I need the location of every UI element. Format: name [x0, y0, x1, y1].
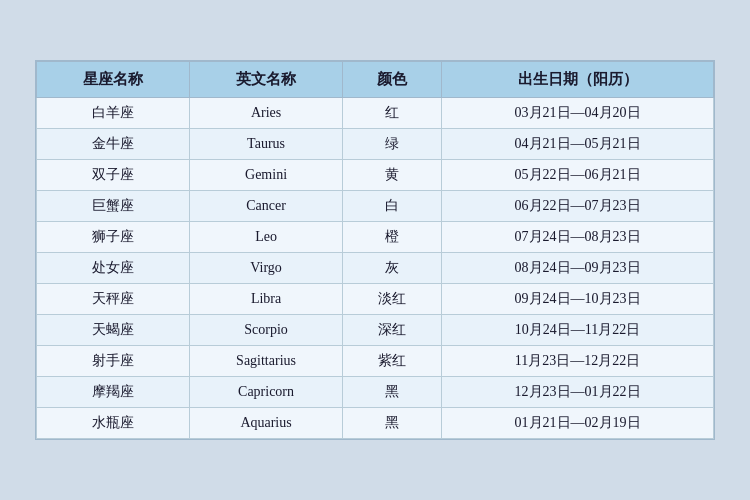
cell-english-name: Cancer	[190, 191, 343, 222]
cell-chinese-name: 白羊座	[37, 98, 190, 129]
cell-color: 紫红	[343, 346, 442, 377]
table-row: 双子座Gemini黄05月22日—06月21日	[37, 160, 714, 191]
cell-date: 07月24日—08月23日	[442, 222, 714, 253]
cell-chinese-name: 狮子座	[37, 222, 190, 253]
cell-english-name: Libra	[190, 284, 343, 315]
header-english-name: 英文名称	[190, 62, 343, 98]
cell-chinese-name: 射手座	[37, 346, 190, 377]
cell-chinese-name: 双子座	[37, 160, 190, 191]
cell-date: 12月23日—01月22日	[442, 377, 714, 408]
cell-english-name: Scorpio	[190, 315, 343, 346]
cell-color: 白	[343, 191, 442, 222]
cell-date: 11月23日—12月22日	[442, 346, 714, 377]
table-row: 水瓶座Aquarius黑01月21日—02月19日	[37, 408, 714, 439]
table-row: 射手座Sagittarius紫红11月23日—12月22日	[37, 346, 714, 377]
header-color: 颜色	[343, 62, 442, 98]
cell-chinese-name: 处女座	[37, 253, 190, 284]
table-row: 巨蟹座Cancer白06月22日—07月23日	[37, 191, 714, 222]
cell-chinese-name: 水瓶座	[37, 408, 190, 439]
cell-color: 灰	[343, 253, 442, 284]
table-row: 白羊座Aries红03月21日—04月20日	[37, 98, 714, 129]
table-body: 白羊座Aries红03月21日—04月20日金牛座Taurus绿04月21日—0…	[37, 98, 714, 439]
cell-english-name: Sagittarius	[190, 346, 343, 377]
zodiac-table-container: 星座名称 英文名称 颜色 出生日期（阳历） 白羊座Aries红03月21日—04…	[35, 60, 715, 440]
cell-date: 08月24日—09月23日	[442, 253, 714, 284]
cell-english-name: Gemini	[190, 160, 343, 191]
cell-color: 黑	[343, 377, 442, 408]
table-header-row: 星座名称 英文名称 颜色 出生日期（阳历）	[37, 62, 714, 98]
cell-english-name: Leo	[190, 222, 343, 253]
cell-english-name: Aries	[190, 98, 343, 129]
zodiac-table: 星座名称 英文名称 颜色 出生日期（阳历） 白羊座Aries红03月21日—04…	[36, 61, 714, 439]
header-date: 出生日期（阳历）	[442, 62, 714, 98]
cell-color: 淡红	[343, 284, 442, 315]
cell-chinese-name: 天秤座	[37, 284, 190, 315]
table-row: 金牛座Taurus绿04月21日—05月21日	[37, 129, 714, 160]
cell-chinese-name: 巨蟹座	[37, 191, 190, 222]
cell-chinese-name: 金牛座	[37, 129, 190, 160]
cell-date: 01月21日—02月19日	[442, 408, 714, 439]
cell-date: 09月24日—10月23日	[442, 284, 714, 315]
cell-english-name: Aquarius	[190, 408, 343, 439]
cell-english-name: Virgo	[190, 253, 343, 284]
cell-english-name: Taurus	[190, 129, 343, 160]
cell-date: 10月24日—11月22日	[442, 315, 714, 346]
cell-color: 绿	[343, 129, 442, 160]
cell-color: 橙	[343, 222, 442, 253]
table-row: 摩羯座Capricorn黑12月23日—01月22日	[37, 377, 714, 408]
cell-chinese-name: 摩羯座	[37, 377, 190, 408]
cell-date: 06月22日—07月23日	[442, 191, 714, 222]
table-row: 处女座Virgo灰08月24日—09月23日	[37, 253, 714, 284]
cell-english-name: Capricorn	[190, 377, 343, 408]
table-row: 狮子座Leo橙07月24日—08月23日	[37, 222, 714, 253]
cell-date: 04月21日—05月21日	[442, 129, 714, 160]
table-row: 天秤座Libra淡红09月24日—10月23日	[37, 284, 714, 315]
cell-date: 05月22日—06月21日	[442, 160, 714, 191]
cell-chinese-name: 天蝎座	[37, 315, 190, 346]
cell-color: 红	[343, 98, 442, 129]
cell-color: 黄	[343, 160, 442, 191]
cell-color: 深红	[343, 315, 442, 346]
table-row: 天蝎座Scorpio深红10月24日—11月22日	[37, 315, 714, 346]
cell-color: 黑	[343, 408, 442, 439]
header-chinese-name: 星座名称	[37, 62, 190, 98]
cell-date: 03月21日—04月20日	[442, 98, 714, 129]
